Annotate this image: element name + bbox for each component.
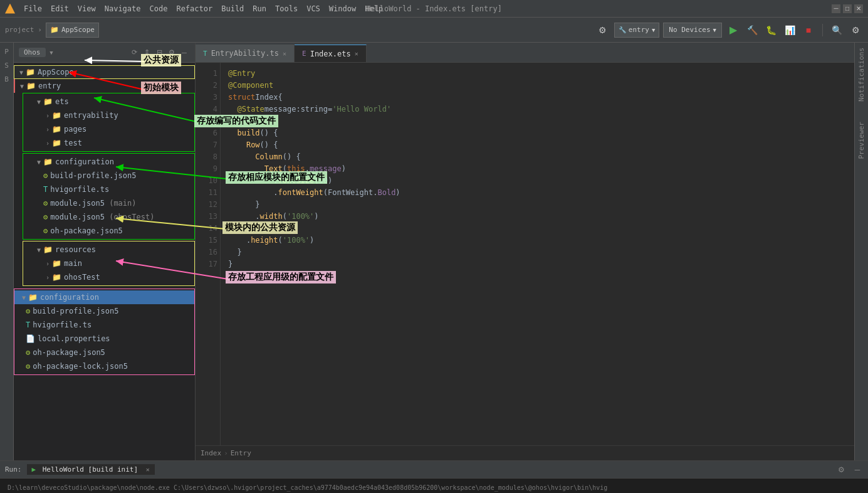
menu-refactor[interactable]: Refactor [172,3,216,14]
menu-build[interactable]: Build [217,3,248,14]
close-button[interactable]: ✕ [854,4,863,13]
menu-file[interactable]: File [20,3,46,14]
code-line-16: } [228,246,847,258]
code-editor: 12345 678910 1112131415 1617 @Entry @Com… [196,63,854,445]
tree-resources[interactable]: ▼ 📁 resources [23,243,194,257]
gear-icon-btn[interactable]: ⚙ [595,23,610,38]
menu-tools[interactable]: Tools [271,3,301,14]
tree-module-ohostest[interactable]: ⚙ module.json5 (ohosTest) [23,210,194,224]
toolbar-separator: › [38,26,42,34]
window-controls: ─ □ ✕ [832,4,863,13]
rs-notifications[interactable]: Notifications [856,45,867,104]
tab-close-entryability[interactable]: ✕ [283,50,286,57]
menu-code[interactable]: Code [146,3,172,14]
entry-dropdown[interactable]: 🔧 entry ▼ [614,23,660,38]
toolbar: project › 📁 AppScope ⚙ 🔧 entry ▼ No Devi… [0,18,868,43]
stop-button[interactable]: ■ [801,23,816,38]
appscope-breadcrumb[interactable]: 📁 AppScope [46,23,99,38]
code-line-8: Column() { [228,151,847,163]
main-layout: P S B Ohos ▼ ⟳ ⇕ ⊟ ⚙ ─ ▼ 📁 AppScope [0,43,868,460]
tree-main[interactable]: › 📁 main [23,257,194,270]
tree-entryability[interactable]: › 📁 entryability [23,109,194,122]
tree-hvigorfile2[interactable]: T hvigorfile.ts [14,318,194,332]
bottom-panel: Run: ▶ HelloWorld [build init] ✕ ⚙ ─ D:\… [0,460,868,493]
code-line-2: @Component [228,80,847,92]
menu-vcs[interactable]: VCS [303,3,324,14]
close-panel-icon[interactable]: ─ [179,47,190,58]
build-button[interactable]: 🔨 [745,23,760,38]
code-line-15: .height('100%') [228,235,847,246]
code-line-10: .fontSize(50) [228,175,847,187]
editor-area: T EntryAbility.ts ✕ E Index.ets ✕ 12345 … [196,43,854,460]
tree-ets[interactable]: ▼ 📁 ets [23,95,194,109]
menu-window[interactable]: Window [325,3,360,14]
minimize-button[interactable]: ─ [832,4,840,13]
no-devices-button[interactable]: No Devices ▼ [663,23,722,38]
tree-test[interactable]: › 📁 test [23,136,194,150]
tab-close-index[interactable]: ✕ [355,50,358,57]
bc-index[interactable]: Index [201,449,221,457]
tree-module-main[interactable]: ⚙ module.json5 (main) [23,196,194,210]
code-line-17: } [228,258,847,270]
tree-oh-package1[interactable]: ⚙ oh-package.json5 [23,224,194,238]
left-activity-bar: P S B [0,43,14,460]
tree-ohostest-res[interactable]: › 📁 ohosTest [23,270,194,284]
maximize-button[interactable]: □ [843,4,852,13]
activity-structure[interactable]: S [1,59,13,72]
project-panel: Ohos ▼ ⟳ ⇕ ⊟ ⚙ ─ ▼ 📁 AppScope ▼ 📁 en [14,43,196,460]
menu-navigate[interactable]: Navigate [101,3,145,14]
tree-oh-package2[interactable]: ⚙ oh-package.json5 [14,346,194,359]
app-icon [5,4,15,14]
code-line-4: @State message: string = 'Hello World' [228,103,847,115]
sync-icon[interactable]: ⟳ [128,47,140,58]
collapse-icon[interactable]: ⊟ [154,47,165,58]
tree-local-props[interactable]: 📄 local.properties [14,332,194,346]
tree-configuration1[interactable]: ▼ 📁 configuration [23,155,194,169]
run-tab-close[interactable]: ✕ [146,466,150,473]
activity-bookmarks[interactable]: B [1,73,13,85]
tree-hvigorfile[interactable]: T hvigorfile.ts [23,183,194,196]
right-sidebar: Notifications Previewer [854,43,868,460]
window-title: HelloWorld - Index.ets [entry] [366,4,502,13]
code-line-5 [228,115,847,127]
tab-index[interactable]: E Index.ets ✕ [295,45,367,62]
activity-project[interactable]: P [1,45,13,58]
profile-button[interactable]: 📊 [782,23,797,38]
rs-previewer[interactable]: Previewer [856,119,867,162]
code-line-13: .width('100%') [228,211,847,223]
bc-entry[interactable]: Entry [231,449,251,457]
run-settings-icon[interactable]: ⚙ [835,464,847,475]
menu-edit[interactable]: Edit [47,3,73,14]
run-label: Run: [5,465,22,474]
run-header: Run: ▶ HelloWorld [build init] ✕ ⚙ ─ [0,461,868,479]
bc-sep: › [224,449,228,457]
project-label: project [5,26,34,34]
terminal-output[interactable]: D:\learn\devecoStudio\package\node\node.… [0,479,868,493]
settings-button[interactable]: ⚙ [848,23,863,38]
debug-button[interactable]: 🐛 [763,23,778,38]
search-button[interactable]: 🔍 [829,23,844,38]
tree-build-profile2[interactable]: ⚙ build-profile.json5 [14,304,194,318]
gear-icon[interactable]: ⚙ [166,47,177,58]
tab-entryability[interactable]: T EntryAbility.ts ✕ [196,45,295,62]
code-line-7: Row() { [228,139,847,151]
tree-build-profile[interactable]: ⚙ build-profile.json5 [23,169,194,183]
run-tab[interactable]: ▶ HelloWorld [build init] ✕ [27,464,155,475]
menu-run[interactable]: Run [249,3,270,14]
run-green-icon: ▶ [32,465,36,474]
menu-view[interactable]: View [74,3,100,14]
tree-configuration2[interactable]: ▼ 📁 configuration [14,290,194,304]
code-content[interactable]: @Entry @Component struct Index { @State … [221,63,854,445]
tree-oh-package-lock[interactable]: ⚙ oh-package-lock.json5 [14,359,194,373]
tree-pages[interactable]: › 📁 pages [23,122,194,136]
tree-entry[interactable]: ▼ 📁 entry [14,79,195,93]
breadcrumb: Index › Entry [196,445,854,460]
tree-appscope[interactable]: ▼ 📁 AppScope [14,65,195,79]
expand-icon[interactable]: ⇕ [141,47,152,58]
panel-title: Ohos ▼ [19,48,126,56]
project-tree: ▼ 📁 AppScope ▼ 📁 entry ▼ 📁 ets [14,63,195,460]
code-line-11: .fontWeight(FontWeight.Bold) [228,187,847,199]
code-line-1: @Entry [228,68,847,80]
run-button[interactable]: ▶ [726,23,741,38]
run-minimize-icon[interactable]: ─ [852,464,863,475]
